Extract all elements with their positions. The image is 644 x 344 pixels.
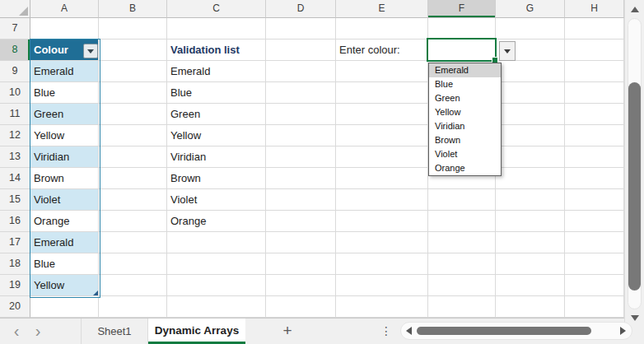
cell-B14[interactable] <box>99 168 167 189</box>
cell-B20[interactable] <box>99 296 167 318</box>
cell-E7[interactable] <box>336 18 428 40</box>
cell-G18[interactable] <box>496 253 565 275</box>
cell-E10[interactable] <box>336 82 428 104</box>
column-header-G[interactable]: G <box>496 0 565 18</box>
horizontal-scroll-thumb[interactable] <box>417 327 591 335</box>
row-header-18[interactable]: 18 <box>0 253 30 275</box>
cell-A11[interactable]: Green <box>30 104 99 125</box>
cell-C14[interactable]: Brown <box>167 168 266 189</box>
cell-E16[interactable] <box>336 211 428 232</box>
cell-C10[interactable]: Blue <box>167 82 266 104</box>
column-header-H[interactable]: H <box>565 0 624 18</box>
row-header-16[interactable]: 16 <box>0 211 30 232</box>
cell-C9[interactable]: Emerald <box>167 61 266 82</box>
column-header-D[interactable]: D <box>266 0 336 18</box>
dropdown-item-green[interactable]: Green <box>429 91 501 105</box>
sheet-nav-left-button[interactable]: ‹ <box>8 318 25 344</box>
cell-D9[interactable] <box>266 61 336 82</box>
cell-A18[interactable]: Blue <box>30 253 99 275</box>
cell-E19[interactable] <box>336 275 428 296</box>
select-all-button[interactable] <box>0 0 30 18</box>
cell-F18[interactable] <box>428 253 496 275</box>
cell-B16[interactable] <box>99 211 167 232</box>
row-header-13[interactable]: 13 <box>0 146 30 168</box>
dropdown-item-orange[interactable]: Orange <box>429 161 501 175</box>
cell-G14[interactable] <box>496 168 565 189</box>
cell-A20[interactable] <box>30 296 99 318</box>
cell-D19[interactable] <box>266 275 336 296</box>
cell-B15[interactable] <box>99 189 167 211</box>
cell-H9[interactable] <box>565 61 624 82</box>
cell-H17[interactable] <box>565 232 624 253</box>
scroll-up-arrow-icon[interactable] <box>631 7 639 12</box>
cell-B8[interactable] <box>99 40 167 61</box>
cell-G10[interactable] <box>496 82 565 104</box>
row-header-17[interactable]: 17 <box>0 232 30 253</box>
row-header-14[interactable]: 14 <box>0 168 30 189</box>
cell-C20[interactable] <box>167 296 266 318</box>
row-header-12[interactable]: 12 <box>0 125 30 146</box>
cell-C8[interactable]: Validation list <box>167 40 266 61</box>
cell-E8[interactable]: Enter colour: <box>336 40 428 61</box>
column-header-E[interactable]: E <box>336 0 428 18</box>
cell-D18[interactable] <box>266 253 336 275</box>
cell-F17[interactable] <box>428 232 496 253</box>
cell-E20[interactable] <box>336 296 428 318</box>
vertical-scroll-thumb[interactable] <box>628 82 641 291</box>
scroll-left-arrow-icon[interactable] <box>406 327 412 335</box>
cell-G12[interactable] <box>496 125 565 146</box>
cell-G9[interactable] <box>496 61 565 82</box>
cell-H12[interactable] <box>565 125 624 146</box>
cell-E17[interactable] <box>336 232 428 253</box>
cell-D12[interactable] <box>266 125 336 146</box>
cell-C15[interactable]: Violet <box>167 189 266 211</box>
dropdown-item-yellow[interactable]: Yellow <box>429 105 501 119</box>
cell-G13[interactable] <box>496 146 565 168</box>
cell-C12[interactable]: Yellow <box>167 125 266 146</box>
cell-A19[interactable]: Yellow <box>30 275 99 296</box>
row-header-7[interactable]: 7 <box>0 18 30 40</box>
cell-H16[interactable] <box>565 211 624 232</box>
cell-F8[interactable] <box>428 40 496 61</box>
cell-A10[interactable]: Blue <box>30 82 99 104</box>
column-header-F[interactable]: F <box>428 0 496 18</box>
cell-C7[interactable] <box>167 18 266 40</box>
cell-B7[interactable] <box>99 18 167 40</box>
cell-G19[interactable] <box>496 275 565 296</box>
cell-B18[interactable] <box>99 253 167 275</box>
dropdown-item-brown[interactable]: Brown <box>429 133 501 147</box>
cell-A9[interactable]: Emerald <box>30 61 99 82</box>
vertical-scrollbar[interactable] <box>624 0 644 327</box>
scrollbar-menu-icon[interactable]: ⋮ <box>379 318 394 344</box>
cell-G11[interactable] <box>496 104 565 125</box>
table-resize-handle[interactable] <box>93 291 98 295</box>
cell-E9[interactable] <box>336 61 428 82</box>
cell-C11[interactable]: Green <box>167 104 266 125</box>
cell-D20[interactable] <box>266 296 336 318</box>
cell-A16[interactable]: Orange <box>30 211 99 232</box>
cell-B12[interactable] <box>99 125 167 146</box>
row-header-11[interactable]: 11 <box>0 104 30 125</box>
cell-D10[interactable] <box>266 82 336 104</box>
cell-B13[interactable] <box>99 146 167 168</box>
cell-F16[interactable] <box>428 211 496 232</box>
cell-D8[interactable] <box>266 40 336 61</box>
cell-D13[interactable] <box>266 146 336 168</box>
row-header-20[interactable]: 20 <box>0 296 30 318</box>
cell-E18[interactable] <box>336 253 428 275</box>
cell-H18[interactable] <box>565 253 624 275</box>
cell-H11[interactable] <box>565 104 624 125</box>
cell-A12[interactable]: Yellow <box>30 125 99 146</box>
cell-D7[interactable] <box>266 18 336 40</box>
cell-B11[interactable] <box>99 104 167 125</box>
cell-H10[interactable] <box>565 82 624 104</box>
cell-G20[interactable] <box>496 296 565 318</box>
cell-F15[interactable] <box>428 189 496 211</box>
cell-D11[interactable] <box>266 104 336 125</box>
cell-F20[interactable] <box>428 296 496 318</box>
row-header-15[interactable]: 15 <box>0 189 30 211</box>
sheet-nav-right-button[interactable]: › <box>30 318 46 344</box>
worksheet-grid[interactable]: 78ColourValidation listEnter colour:9Eme… <box>0 18 624 318</box>
dropdown-item-blue[interactable]: Blue <box>429 77 501 91</box>
row-header-10[interactable]: 10 <box>0 82 30 104</box>
